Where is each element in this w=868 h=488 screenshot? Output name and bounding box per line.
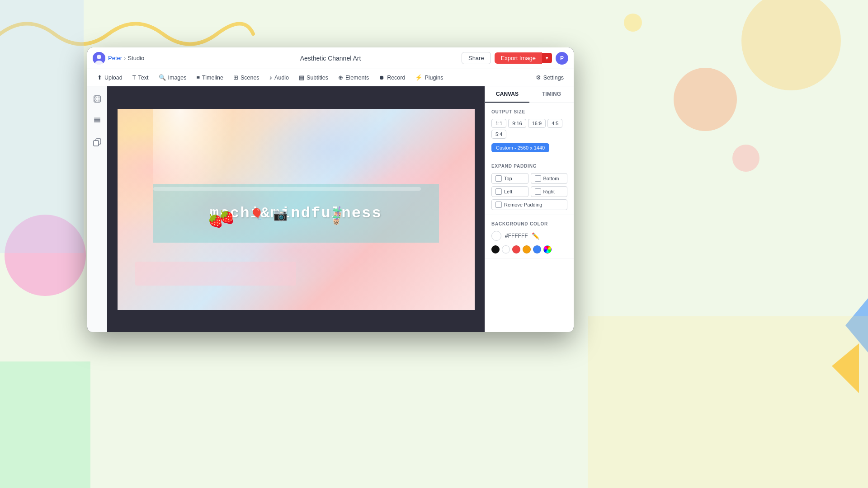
sticker-cup-bottom: 🧋	[330, 214, 342, 225]
tab-timing[interactable]: TIMING	[529, 86, 574, 103]
toolbar-upload[interactable]: ⬆ Upload	[93, 72, 127, 83]
main-content: 🍓 🍓 🎈 📷 🧋 🧋 mochi&mindfulness CANVAS	[87, 86, 574, 332]
section-output-size: OUTPUT SIZE 1:1 9:16 16:9 4:5 5:4 Custom…	[485, 103, 574, 157]
canvas-highlight-bar	[153, 187, 421, 191]
svg-point-11	[97, 55, 101, 59]
toolbar-subtitles[interactable]: ▤ Subtitles	[294, 72, 333, 83]
swatch-red[interactable]	[512, 245, 520, 253]
toolbar-plugins[interactable]: ⚡ Plugins	[410, 72, 448, 83]
breadcrumb-separator: ›	[124, 55, 126, 61]
share-button[interactable]: Share	[462, 52, 491, 64]
export-image-button[interactable]: Export Image	[495, 52, 542, 64]
svg-rect-13	[94, 96, 100, 102]
svg-rect-20	[94, 117, 100, 119]
svg-rect-7	[588, 316, 868, 488]
canvas-area[interactable]: 🍓 🍓 🎈 📷 🧋 🧋 mochi&mindfulness	[107, 86, 485, 332]
toolbar-settings-label: Settings	[543, 75, 564, 81]
expand-padding-title: EXPAND PADDING	[491, 164, 567, 169]
right-panel: CANVAS TIMING OUTPUT SIZE 1:1 9:16 16:9 …	[485, 86, 574, 332]
padding-right-label: Right	[543, 189, 555, 194]
svg-marker-2	[845, 298, 868, 352]
sidebar-copy-icon[interactable]	[90, 135, 104, 150]
swatch-color-picker[interactable]	[543, 245, 552, 253]
svg-point-1	[674, 68, 737, 131]
breadcrumb-user[interactable]: Peter	[108, 55, 122, 61]
toolbar-audio[interactable]: ♪ Audio	[265, 72, 293, 83]
custom-size-button[interactable]: Custom - 2560 x 1440	[491, 143, 549, 152]
svg-rect-18	[94, 119, 100, 121]
canvas-bottom-bar	[135, 262, 296, 286]
user-profile-button[interactable]: P	[556, 52, 568, 65]
toolbar-settings[interactable]: ⚙ Settings	[531, 72, 568, 83]
remove-padding-icon	[495, 202, 502, 208]
toolbar-timeline[interactable]: ≡ Timeline	[192, 72, 228, 83]
padding-bottom-button[interactable]: Bottom	[531, 173, 568, 184]
sidebar-crop-icon[interactable]	[90, 92, 104, 106]
color-picker-icon[interactable]: ✏️	[532, 232, 539, 239]
panel-tabs: CANVAS TIMING	[485, 86, 574, 103]
padding-left-button[interactable]: Left	[491, 186, 528, 197]
remove-padding-label: Remove Padding	[504, 202, 542, 207]
remove-padding-button[interactable]: Remove Padding	[491, 199, 567, 210]
size-9-16-button[interactable]: 9:16	[508, 119, 526, 128]
padding-top-button[interactable]: Top	[491, 173, 528, 184]
padding-grid: Top Bottom Left Right	[491, 173, 567, 197]
size-4-5-button[interactable]: 4:5	[547, 119, 562, 128]
color-swatches	[491, 245, 567, 253]
toolbar-scenes-label: Scenes	[241, 75, 259, 81]
app-window: Peter › Studio Aesthetic Channel Art Sha…	[87, 47, 574, 332]
size-1-1-button[interactable]: 1:1	[491, 119, 506, 128]
padding-right-icon	[535, 188, 541, 195]
swatch-black[interactable]	[491, 245, 500, 253]
toolbar-subtitles-label: Subtitles	[307, 75, 328, 81]
padding-right-button[interactable]: Right	[531, 186, 568, 197]
toolbar-text-label: Text	[138, 75, 149, 81]
size-16-9-button[interactable]: 16:9	[528, 119, 546, 128]
toolbar: ⬆ Upload T Text 🔍 Images ≡ Timeline ⊞ Sc…	[87, 69, 574, 86]
size-buttons: 1:1 9:16 16:9 4:5 5:4	[491, 119, 567, 139]
header-right: Share Export Image ▾ P	[462, 52, 568, 65]
section-bg-color: BACKGROUND COLOR #FFFFFF ✏️	[485, 215, 574, 258]
sidebar-layers-icon[interactable]	[90, 113, 104, 128]
swatch-blue[interactable]	[533, 245, 541, 253]
toolbar-scenes[interactable]: ⊞ Scenes	[229, 72, 264, 83]
subtitles-icon: ▤	[299, 74, 304, 81]
svg-rect-5	[0, 361, 90, 488]
size-5-4-button[interactable]: 5:4	[491, 130, 506, 139]
text-icon: T	[132, 74, 136, 81]
elements-icon: ⊕	[338, 74, 343, 81]
images-icon: 🔍	[159, 74, 166, 81]
sticker-balloon: 🎈	[250, 208, 264, 221]
svg-point-9	[732, 145, 760, 172]
padding-left-icon	[495, 188, 502, 195]
canvas-banner: 🍓 🍓 🎈 📷 🧋 🧋 mochi&mindfulness	[153, 184, 439, 243]
settings-icon: ⚙	[536, 74, 541, 81]
toolbar-text[interactable]: T Text	[128, 72, 153, 83]
document-title: Aesthetic Channel Art	[300, 55, 361, 62]
toolbar-timeline-label: Timeline	[202, 75, 223, 81]
toolbar-images[interactable]: 🔍 Images	[154, 72, 191, 83]
toolbar-record[interactable]: ⏺ Record	[374, 72, 410, 83]
toolbar-images-label: Images	[168, 75, 187, 81]
canvas-title-text: mochi&mindfulness	[210, 205, 382, 222]
tab-canvas[interactable]: CANVAS	[485, 86, 529, 103]
swatch-yellow[interactable]	[523, 245, 531, 253]
toolbar-upload-label: Upload	[104, 75, 123, 81]
user-avatar-small	[93, 52, 105, 65]
output-size-title: OUTPUT SIZE	[491, 109, 567, 114]
left-sidebar	[87, 86, 107, 332]
timeline-icon: ≡	[197, 74, 200, 81]
record-icon: ⏺	[379, 74, 385, 81]
svg-rect-19	[94, 121, 100, 122]
swatch-white[interactable]	[502, 245, 510, 253]
svg-rect-22	[94, 141, 99, 146]
export-dropdown-button[interactable]: ▾	[542, 53, 552, 63]
padding-bottom-label: Bottom	[543, 176, 559, 181]
section-expand-padding: EXPAND PADDING Top Bottom Left	[485, 157, 574, 215]
toolbar-elements-label: Elements	[345, 75, 369, 81]
toolbar-elements[interactable]: ⊕ Elements	[334, 72, 373, 83]
header: Peter › Studio Aesthetic Channel Art Sha…	[87, 47, 574, 69]
svg-rect-6	[0, 0, 84, 253]
padding-bottom-icon	[535, 175, 541, 182]
breadcrumb: Peter › Studio	[108, 55, 144, 61]
